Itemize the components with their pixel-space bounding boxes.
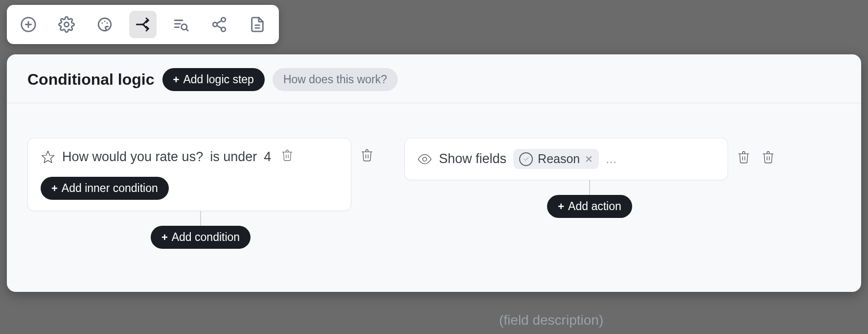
remove-tag-button[interactable]: ✕ [585,154,593,164]
panel-title: Conditional logic [27,71,155,89]
panel-body: How would you rate us? is under 4 + Add … [7,103,861,283]
action-label[interactable]: Show fields [439,151,506,167]
action-trash-group [737,148,775,166]
svg-point-4 [98,18,111,31]
add-inner-condition-label: Add inner condition [62,182,158,195]
settings-icon-button[interactable] [53,11,80,38]
trash-icon [737,150,751,164]
search-fields-icon-button[interactable] [167,11,195,38]
check-circle-icon [519,152,533,166]
theme-icon-button[interactable] [91,11,118,38]
field-tag-label: Reason [538,152,580,166]
add-condition-label: Add condition [172,231,240,244]
add-icon-button[interactable] [15,11,42,38]
field-tag: Reason ✕ [513,149,599,169]
svg-point-7 [107,23,108,24]
add-logic-step-button[interactable]: + Add logic step [162,68,265,91]
add-condition-button[interactable]: + Add condition [151,226,251,249]
svg-point-25 [423,157,427,161]
help-label: How does this work? [283,73,387,86]
plus-icon: + [161,232,168,243]
background-ghost-text: (field description) [499,312,603,328]
star-icon [41,150,55,165]
add-inner-condition-button[interactable]: + Add inner condition [41,177,169,200]
svg-point-6 [104,21,106,22]
delete-condition-row-button[interactable] [281,149,294,165]
connector-line [200,211,201,226]
add-more-fields-placeholder[interactable]: ... [606,151,617,167]
action-card-row: Show fields Reason ✕ ... [404,138,775,180]
svg-line-17 [217,25,222,28]
svg-point-5 [102,23,103,24]
plus-icon: + [173,74,180,85]
svg-point-3 [64,22,69,26]
delete-condition-group-button[interactable] [360,148,374,164]
branches-icon [135,16,151,33]
condition-card-row: How would you rate us? is under 4 + Add … [27,138,374,211]
condition-operator[interactable]: is under [210,149,257,165]
add-action-label: Add action [568,200,621,213]
plus-circle-icon [20,16,37,33]
panel-header: Conditional logic + Add logic step How d… [7,54,861,103]
logic-icon-button[interactable] [129,11,157,38]
delete-action-row-button[interactable] [737,150,751,166]
svg-line-16 [217,21,222,24]
share-icon [211,16,228,33]
action-column: Show fields Reason ✕ ... [404,138,775,218]
editor-toolbar [7,5,279,44]
palette-icon [96,16,113,33]
conditional-logic-panel: Conditional logic + Add logic step How d… [7,54,861,292]
plus-icon: + [558,201,564,212]
condition-column: How would you rate us? is under 4 + Add … [27,138,374,249]
gear-icon [58,16,75,33]
trash-icon [360,148,374,162]
file-icon [249,16,266,33]
trash-icon [761,150,775,164]
text-search-icon [173,16,189,33]
condition-value[interactable]: 4 [264,149,271,165]
delete-action-group-button[interactable] [761,150,775,166]
condition-row: How would you rate us? is under 4 [41,149,338,165]
svg-marker-20 [42,151,54,163]
plus-icon: + [51,183,58,194]
trash-icon [281,149,294,162]
action-row: Show fields Reason ✕ ... [417,149,715,169]
svg-line-12 [186,29,188,31]
condition-card: How would you rate us? is under 4 + Add … [27,138,351,211]
share-icon-button[interactable] [206,11,233,38]
connector-line [589,180,590,195]
eye-icon [417,152,432,167]
file-icon-button[interactable] [244,11,271,38]
help-button[interactable]: How does this work? [273,68,398,91]
condition-field[interactable]: How would you rate us? [62,149,203,165]
add-action-button[interactable]: + Add action [547,195,632,218]
add-logic-step-label: Add logic step [183,73,253,86]
action-card: Show fields Reason ✕ ... [404,138,728,180]
